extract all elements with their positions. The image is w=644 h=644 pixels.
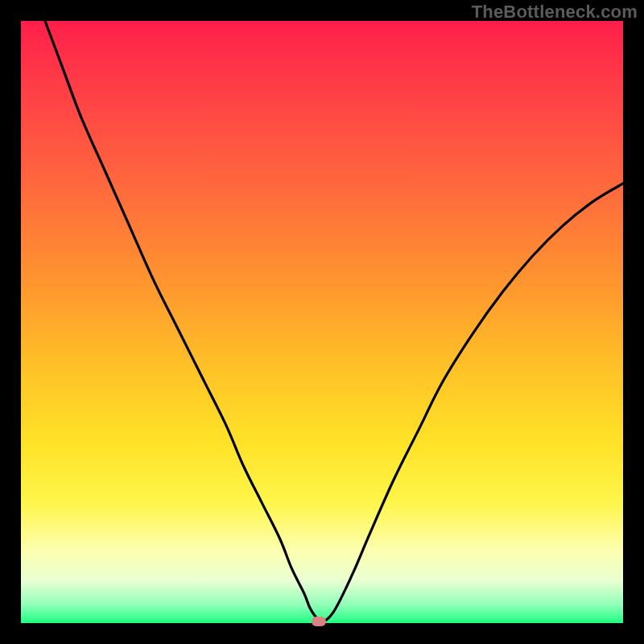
plot-area — [21, 21, 623, 623]
curve-path — [45, 21, 623, 622]
min-marker — [312, 617, 326, 626]
curve-svg — [21, 21, 623, 623]
watermark-text: TheBottleneck.com — [472, 2, 638, 23]
chart-frame: TheBottleneck.com — [0, 0, 644, 644]
